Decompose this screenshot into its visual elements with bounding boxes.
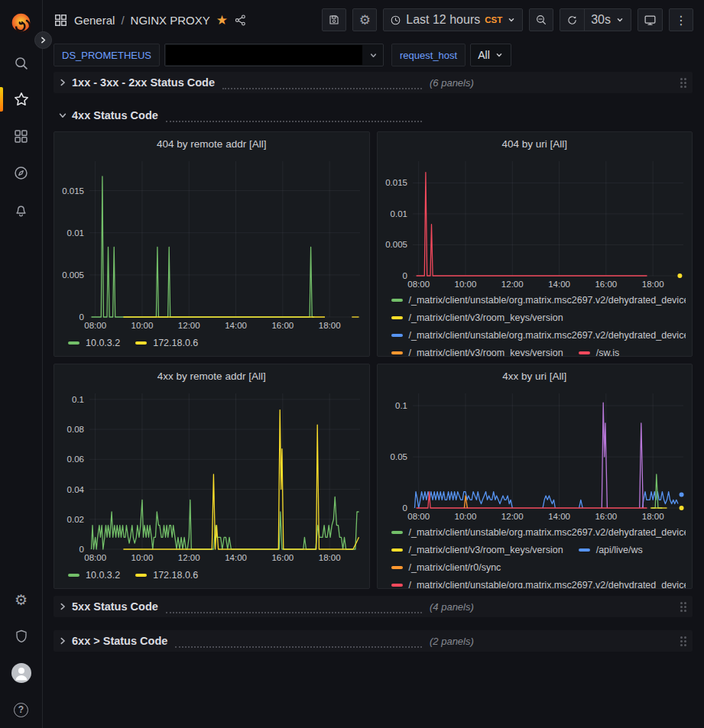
- svg-text:0.015: 0.015: [62, 186, 84, 196]
- row-drag-handle[interactable]: [680, 78, 686, 88]
- legend-label: 10.0.3.2: [86, 570, 120, 581]
- svg-text:12:00: 12:00: [178, 553, 200, 562]
- legend-item[interactable]: /_matrix/client/unstable/org.matrix.msc2…: [391, 330, 686, 341]
- legend-label: 10.0.3.2: [86, 338, 120, 348]
- sidebar-item-server-admin[interactable]: [0, 618, 43, 655]
- legend-label: /_matrix/client/unstable/org.matrix.msc2…: [409, 527, 686, 538]
- dashboard-settings-button[interactable]: ⚙: [352, 8, 377, 31]
- legend-item[interactable]: /_matrix/client/v3/room_keys/version: [391, 348, 563, 358]
- row-6xx[interactable]: 6xx > Status Code (2 panels): [54, 630, 693, 652]
- svg-text:10:00: 10:00: [454, 280, 476, 289]
- variable-label-ds[interactable]: DS_PROMETHEUS: [54, 44, 160, 66]
- sidebar-item-profile[interactable]: [0, 655, 43, 691]
- chevron-right-icon: [57, 602, 69, 611]
- row-1xx-3xx-2xx[interactable]: 1xx - 3xx - 2xx Status Code (6 panels): [54, 72, 693, 93]
- variable-value-request-host-dropdown[interactable]: All: [470, 44, 511, 66]
- legend-item[interactable]: 172.18.0.6: [135, 338, 198, 348]
- panel-title[interactable]: 404 by remote addr [All]: [54, 132, 369, 155]
- chart-legend: /_matrix/client/unstable/org.matrix.msc2…: [378, 523, 693, 589]
- row-4xx[interactable]: 4xx Status Code: [54, 105, 693, 126]
- legend-label: /_matrix/client/unstable/org.matrix.msc2…: [409, 580, 686, 590]
- chart-4xx-by-uri[interactable]: 08:0010:0012:0014:0016:0018:0000.050.1: [378, 387, 693, 523]
- chart-4xx-by-remote-addr[interactable]: 08:0010:0012:0014:0016:0018:0000.020.040…: [54, 387, 369, 565]
- zoom-out-time-button[interactable]: [529, 8, 553, 31]
- time-range-button[interactable]: Last 12 hours CST: [384, 9, 522, 31]
- panel-404-by-uri: 404 by uri [All] 08:0010:0012:0014:0016:…: [377, 131, 693, 357]
- legend-label: /_matrix/client/v3/room_keys/version: [409, 348, 563, 358]
- refresh-interval-dropdown[interactable]: 30s: [584, 9, 631, 31]
- favorite-star-icon[interactable]: ★: [216, 12, 228, 28]
- svg-text:0.1: 0.1: [395, 401, 407, 410]
- refresh-button[interactable]: [560, 9, 584, 31]
- share-icon[interactable]: [234, 14, 247, 27]
- svg-text:12:00: 12:00: [178, 321, 200, 330]
- legend-item[interactable]: 172.18.0.6: [135, 570, 198, 581]
- legend-item[interactable]: /_matrix/client/unstable/org.matrix.msc2…: [391, 580, 686, 590]
- legend-swatch: [135, 574, 147, 577]
- kiosk-mode-button[interactable]: [637, 8, 663, 31]
- legend-item[interactable]: /_matrix/client/unstable/org.matrix.msc2…: [391, 295, 686, 306]
- search-icon: [13, 55, 29, 71]
- sidebar-item-dashboards[interactable]: [0, 118, 43, 154]
- dashboard-content: 1xx - 3xx - 2xx Status Code (6 panels) 4…: [43, 70, 704, 652]
- legend-swatch: [135, 341, 147, 345]
- row-title: 5xx Status Code: [72, 600, 158, 613]
- sidebar-item-configuration[interactable]: ⚙: [0, 581, 43, 618]
- sidebar-expand-button[interactable]: [34, 31, 52, 49]
- panel-4xx-by-remote-addr: 4xx by remote addr [All] 08:0010:0012:00…: [54, 364, 370, 589]
- sidebar-item-search[interactable]: [0, 44, 43, 81]
- legend-swatch: [391, 351, 403, 354]
- legend-item[interactable]: /api/live/ws: [579, 545, 643, 555]
- variable-value-ds-dropdown[interactable]: [164, 44, 384, 66]
- star-outline-icon: [13, 91, 30, 108]
- variable-label-request-host[interactable]: request_host: [391, 44, 466, 66]
- sidebar-item-alerting[interactable]: [0, 191, 43, 228]
- chevron-down-icon: [57, 111, 69, 120]
- sidebar-item-explore[interactable]: [0, 154, 43, 191]
- chart-legend: /_matrix/client/unstable/org.matrix.msc2…: [378, 291, 693, 357]
- svg-text:0: 0: [79, 312, 84, 322]
- legend-item[interactable]: /_matrix/client/v3/room_keys/version: [391, 545, 563, 555]
- row-panel-count: (2 panels): [430, 636, 474, 647]
- legend-swatch: [391, 316, 403, 319]
- legend-item[interactable]: /_matrix/client/r0/sync: [391, 562, 501, 573]
- chevron-right-icon: [57, 636, 69, 645]
- gear-icon: ⚙: [15, 593, 28, 607]
- more-options-button[interactable]: ⋮: [669, 8, 693, 31]
- kebab-icon: ⋮: [675, 13, 687, 28]
- row-panel-count: (4 panels): [430, 601, 474, 613]
- row-drag-handle[interactable]: [680, 636, 686, 646]
- legend-item[interactable]: 10.0.3.2: [68, 338, 120, 348]
- row-dotted-leader: [222, 76, 422, 89]
- legend-swatch: [391, 584, 403, 587]
- svg-text:0.02: 0.02: [67, 515, 84, 524]
- bell-icon: [13, 202, 29, 218]
- row-5xx[interactable]: 5xx Status Code (4 panels): [54, 596, 693, 617]
- legend-item[interactable]: 10.0.3.2: [68, 570, 120, 581]
- legend-item[interactable]: /sw.js: [579, 348, 620, 358]
- panel-title[interactable]: 4xx by uri [All]: [378, 364, 693, 387]
- legend-label: /_matrix/client/unstable/org.matrix.msc2…: [409, 295, 686, 306]
- breadcrumb-section[interactable]: General: [74, 14, 115, 27]
- chart-legend: 10.0.3.2172.18.0.6: [54, 332, 369, 356]
- save-dashboard-button[interactable]: [322, 8, 346, 31]
- sidebar: ⚙ ?: [0, 0, 43, 728]
- panel-404-by-remote-addr: 404 by remote addr [All] 08:0010:0012:00…: [54, 131, 370, 357]
- sidebar-item-starred[interactable]: [0, 81, 43, 118]
- panel-title[interactable]: 4xx by remote addr [All]: [54, 364, 369, 387]
- legend-item[interactable]: /_matrix/client/v3/room_keys/version: [391, 312, 563, 323]
- sidebar-item-help[interactable]: ?: [0, 691, 43, 728]
- svg-text:16:00: 16:00: [595, 512, 617, 521]
- row-drag-handle[interactable]: [680, 602, 686, 612]
- chart-404-by-remote-addr[interactable]: 08:0010:0012:0014:0016:0018:0000.0050.01…: [54, 155, 369, 332]
- row-title: 4xx Status Code: [72, 109, 158, 121]
- svg-text:0.015: 0.015: [385, 178, 407, 187]
- dashboard-grid-icon: [54, 13, 68, 28]
- panel-title[interactable]: 404 by uri [All]: [378, 132, 693, 155]
- legend-item[interactable]: /_matrix/client/unstable/org.matrix.msc2…: [391, 527, 686, 538]
- legend-label: 172.18.0.6: [153, 338, 198, 348]
- chart-404-by-uri[interactable]: 08:0010:0012:0014:0016:0018:0000.0050.01…: [378, 155, 693, 291]
- svg-text:18:00: 18:00: [319, 553, 341, 562]
- svg-text:14:00: 14:00: [548, 280, 570, 289]
- svg-text:0.01: 0.01: [390, 209, 407, 218]
